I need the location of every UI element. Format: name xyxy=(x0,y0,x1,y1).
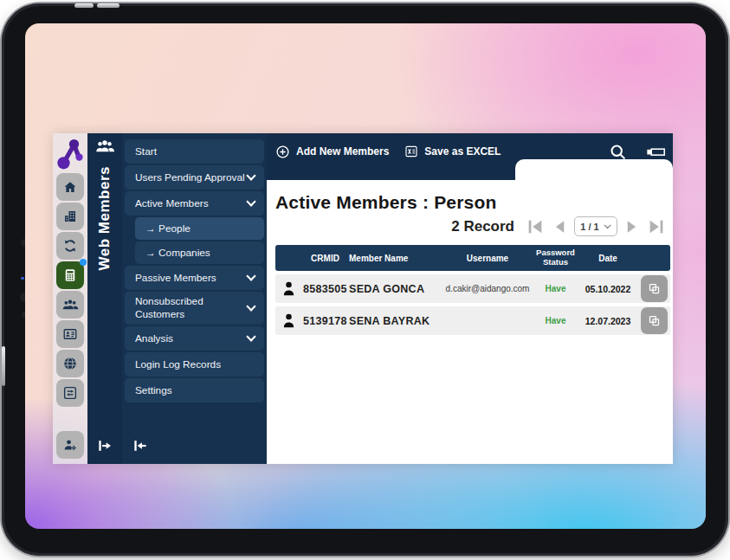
cell-username: d.cakir@aidango.com xyxy=(444,284,531,293)
cell-date: 12.07.2023 xyxy=(580,316,636,326)
column-header-crmid: CRMID xyxy=(301,254,349,263)
column-header-member-name: Member Name xyxy=(349,254,444,263)
pagination: 2 Record 1 / 1 xyxy=(275,216,670,236)
key-button[interactable] xyxy=(646,145,666,158)
prev-page-icon xyxy=(552,219,567,235)
first-page-button[interactable] xyxy=(526,219,545,235)
person-icon xyxy=(275,312,301,329)
next-page-icon xyxy=(624,219,640,235)
sidebar-item-passive-members[interactable]: Passive Members xyxy=(125,266,264,290)
next-page-button[interactable] xyxy=(624,219,640,235)
column-header-date: Date xyxy=(580,254,636,263)
sidebar-menu: Start Users Pending Approval Active Memb… xyxy=(122,133,267,464)
chevron-down-icon xyxy=(246,331,255,341)
power-button xyxy=(74,3,94,8)
duplicate-record-button[interactable] xyxy=(641,307,668,334)
sidebar-collapse-button[interactable] xyxy=(132,437,149,457)
nav-sync-button[interactable] xyxy=(56,232,84,260)
nav-calculator-button[interactable] xyxy=(56,261,84,289)
header-tab-panel xyxy=(515,159,673,180)
sidebar-expand-button[interactable] xyxy=(96,437,113,457)
record-count: 2 Record xyxy=(451,218,514,235)
sidebar-item-start[interactable]: Start xyxy=(125,139,264,164)
add-new-members-button[interactable]: Add New Members xyxy=(275,145,389,159)
user-settings-button[interactable] xyxy=(56,431,84,459)
nav-members-button[interactable] xyxy=(56,291,84,319)
home-icon xyxy=(62,179,78,195)
tablet-screen: Web Members Start Users Pending Approval xyxy=(25,23,706,529)
add-new-members-label: Add New Members xyxy=(296,145,389,158)
last-page-button[interactable] xyxy=(647,219,666,235)
table-header-row: CRMID Member Name Username Password Stat… xyxy=(275,245,670,271)
chevron-down-icon xyxy=(246,196,255,206)
calculator-icon xyxy=(62,267,78,283)
icon-rail xyxy=(53,133,87,464)
notification-dot xyxy=(80,259,87,266)
app-window: Web Members Start Users Pending Approval xyxy=(53,133,673,464)
sidebar-item-settings[interactable]: Settings xyxy=(125,378,264,402)
copy-icon xyxy=(648,314,661,327)
menu-label: → People xyxy=(145,222,191,235)
expand-icon xyxy=(96,437,113,454)
copy-icon xyxy=(648,282,661,295)
app-logo[interactable] xyxy=(53,133,87,173)
page-title: Active Members : Person xyxy=(275,192,670,213)
globe-icon xyxy=(62,356,78,371)
sidebar-item-nonsubscribed-customers[interactable]: Nonsubscribed Customers xyxy=(125,292,264,325)
key-icon xyxy=(646,145,666,158)
side-button xyxy=(2,346,5,386)
sidebar-item-users-pending-approval[interactable]: Users Pending Approval xyxy=(125,165,264,190)
main-header: Add New Members Save as EXCEL xyxy=(267,133,673,180)
person-icon xyxy=(275,280,301,297)
volume-button xyxy=(97,3,120,8)
main-panel: Add New Members Save as EXCEL xyxy=(267,133,673,464)
nav-id-card-button[interactable] xyxy=(56,320,84,348)
duplicate-record-button[interactable] xyxy=(641,275,668,302)
table-row[interactable]: 8583505 SEDA GONCA d.cakir@aidango.com H… xyxy=(275,274,670,303)
collapse-icon xyxy=(132,437,149,454)
chevron-down-icon xyxy=(246,271,255,280)
nav-transfer-button[interactable] xyxy=(56,379,84,407)
sidebar-item-people[interactable]: → People xyxy=(135,217,264,240)
menu-label: Login Log Records xyxy=(135,358,221,370)
cell-crmid: 5139178 xyxy=(301,315,349,327)
module-strip: Web Members xyxy=(87,133,122,464)
sidebar-item-active-members[interactable]: Active Members xyxy=(125,191,264,216)
select-chevron-icon xyxy=(604,224,611,229)
page-select-value: 1 / 1 xyxy=(580,222,598,232)
last-page-icon xyxy=(647,219,666,235)
menu-label: Active Members xyxy=(135,197,209,209)
cell-password-status: Have xyxy=(531,284,580,294)
save-as-excel-button[interactable]: Save as EXCEL xyxy=(404,145,501,158)
chevron-down-icon xyxy=(246,171,255,180)
cell-password-status: Have xyxy=(531,316,580,326)
logo-icon xyxy=(57,137,83,170)
camera-indicator xyxy=(21,277,24,280)
cell-date: 05.10.2022 xyxy=(580,284,636,294)
module-label: Web Members xyxy=(96,166,113,270)
table-row[interactable]: 5139178 SENA BAYRAK Have 12.07.2023 xyxy=(275,306,670,335)
search-button[interactable] xyxy=(609,143,627,161)
menu-label: Start xyxy=(135,145,157,158)
sidebar-item-analysis[interactable]: Analysis xyxy=(125,326,264,351)
prev-page-button[interactable] xyxy=(552,219,567,235)
web-members-icon xyxy=(94,139,115,157)
menu-label: Nonsubscribed Customers xyxy=(135,295,232,322)
id-card-icon xyxy=(62,326,78,342)
sidebar-item-login-log-records[interactable]: Login Log Records xyxy=(125,352,264,377)
menu-label: → Companies xyxy=(145,247,210,259)
cell-crmid: 8583505 xyxy=(301,283,349,295)
page-select[interactable]: 1 / 1 xyxy=(574,216,617,236)
column-header-username: Username xyxy=(444,254,531,263)
cell-member-name: SENA BAYRAK xyxy=(349,315,444,327)
first-page-icon xyxy=(526,219,545,235)
sidebar-item-companies[interactable]: → Companies xyxy=(135,241,264,264)
chevron-down-icon xyxy=(246,301,255,311)
menu-label: Settings xyxy=(135,384,172,396)
nav-web-button[interactable] xyxy=(56,350,84,377)
nav-home-button[interactable] xyxy=(56,173,84,201)
nav-companies-button[interactable] xyxy=(56,203,84,230)
sync-icon xyxy=(62,238,78,254)
menu-label: Analysis xyxy=(135,332,173,344)
search-icon xyxy=(609,143,627,161)
